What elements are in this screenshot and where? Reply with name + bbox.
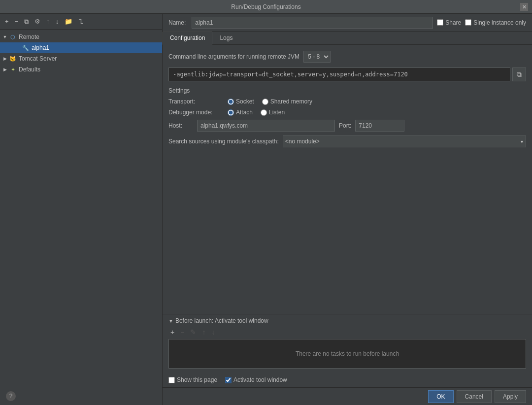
tree-label-defaults: Defaults [19, 66, 40, 73]
tab-logs[interactable]: Logs [212, 32, 240, 44]
add-config-button[interactable]: + [3, 17, 11, 26]
expand-remote-arrow: ▼ [2, 34, 8, 40]
remove-config-button[interactable]: − [13, 17, 21, 26]
tree-label-alpha1: alpha1 [32, 44, 49, 51]
show-this-page-label: Show this page [177, 376, 217, 383]
cancel-button[interactable]: Cancel [457, 390, 492, 403]
single-instance-label: Single instance only [473, 19, 526, 26]
cmd-line-select[interactable]: 5 - 8 9+ [303, 51, 331, 63]
name-field-label: Name: [168, 19, 186, 26]
close-button[interactable]: ✕ [520, 3, 528, 11]
port-input[interactable] [355, 120, 404, 132]
radio-attach[interactable]: Attach [228, 109, 253, 116]
name-row: Name: Share Single instance only [163, 14, 532, 32]
share-label: Share [445, 19, 461, 26]
host-input[interactable] [197, 120, 335, 132]
defaults-icon: ✦ [9, 66, 17, 73]
name-input[interactable] [192, 17, 433, 29]
single-instance-checkbox[interactable] [465, 19, 471, 26]
classpath-row: Search sources using module's classpath:… [168, 135, 526, 147]
transport-row: Transport: Socket Shared memory [168, 98, 526, 105]
show-this-page-option[interactable]: Show this page [168, 376, 217, 383]
remote-icon: ⬡ [9, 33, 17, 41]
radio-shared-memory[interactable]: Shared memory [262, 98, 312, 105]
run-debug-dialog: Run/Debug Configurations ✕ + − ⧉ ⚙ ↑ ↓ 📁… [0, 0, 532, 405]
radio-attach-input[interactable] [228, 109, 234, 116]
radio-shared-memory-label: Shared memory [270, 98, 312, 105]
before-launch-section: ▼ Before launch: Activate tool window + … [163, 314, 532, 372]
copy-cmd-button[interactable]: ⧉ [512, 68, 526, 81]
bl-up-button[interactable]: ↑ [200, 327, 207, 337]
bl-down-button[interactable]: ↓ [209, 327, 217, 337]
cmd-line-row: Command line arguments for running remot… [168, 51, 526, 63]
transport-radio-group: Socket Shared memory [228, 98, 312, 105]
single-instance-area: Single instance only [465, 19, 526, 26]
expand-tomcat-arrow: ▶ [2, 56, 8, 62]
share-checkbox[interactable] [437, 19, 443, 26]
radio-socket-label: Socket [236, 98, 254, 105]
bl-add-button[interactable]: + [168, 327, 176, 337]
folder-button[interactable]: 📁 [63, 17, 74, 26]
activate-tool-window-option[interactable]: Activate tool window [225, 376, 287, 383]
classpath-select[interactable]: <no module> [283, 135, 526, 147]
tree-label-tomcat: Tomcat Server [19, 55, 57, 62]
before-launch-header[interactable]: ▼ Before launch: Activate tool window [168, 314, 526, 327]
tree-item-defaults[interactable]: ▶ ✦ Defaults [0, 64, 162, 75]
radio-listen-input[interactable] [261, 109, 267, 116]
copy-config-button[interactable]: ⧉ [22, 17, 31, 26]
move-up-button[interactable]: ↑ [44, 17, 52, 26]
radio-socket[interactable]: Socket [228, 98, 254, 105]
debugger-mode-label: Debugger mode: [168, 109, 228, 116]
debugger-mode-radio-group: Attach Listen [228, 109, 285, 116]
debugger-mode-row: Debugger mode: Attach Listen [168, 109, 526, 116]
before-launch-list: There are no tasks to run before launch [168, 339, 526, 369]
host-row: Host: Port: [168, 120, 526, 132]
port-label: Port: [339, 122, 351, 129]
before-launch-toolbar: + − ✎ ↑ ↓ [168, 327, 526, 337]
host-label: Host: [168, 122, 193, 129]
radio-listen-label: Listen [269, 109, 285, 116]
move-down-button[interactable]: ↓ [54, 17, 61, 26]
tree-item-alpha1[interactable]: ▶ 🔧 alpha1 [0, 42, 162, 53]
radio-attach-label: Attach [236, 109, 253, 116]
tabs-bar: Configuration Logs [163, 32, 532, 45]
radio-listen[interactable]: Listen [261, 109, 285, 116]
sort-button[interactable]: ⇅ [76, 17, 86, 26]
config-item-icon: 🔧 [22, 44, 30, 52]
tab-configuration[interactable]: Configuration [163, 32, 212, 45]
tree-item-tomcat[interactable]: ▶ 🐱 Tomcat Server [0, 53, 162, 64]
radio-shared-memory-input[interactable] [262, 99, 268, 105]
help-button[interactable]: ? [6, 391, 16, 401]
transport-label: Transport: [168, 98, 228, 105]
bl-edit-button[interactable]: ✎ [188, 327, 198, 337]
ok-button[interactable]: OK [428, 390, 453, 403]
expand-defaults-arrow: ▶ [2, 67, 8, 72]
main-content: + − ⧉ ⚙ ↑ ↓ 📁 ⇅ ▼ ⬡ Remote ▶ [0, 14, 532, 405]
radio-socket-input[interactable] [228, 99, 234, 105]
classpath-label: Search sources using module's classpath: [168, 138, 279, 145]
title-bar: Run/Debug Configurations ✕ [0, 0, 532, 14]
before-launch-collapse-arrow: ▼ [168, 318, 173, 324]
dialog-footer: OK Cancel Apply [163, 387, 532, 405]
settings-config-button[interactable]: ⚙ [33, 17, 42, 26]
config-tree: ▼ ⬡ Remote ▶ 🔧 alpha1 ▶ 🐱 Tomcat Server [0, 30, 162, 405]
dialog-title: Run/Debug Configurations [231, 3, 300, 10]
show-this-page-checkbox[interactable] [168, 377, 175, 383]
settings-title: Settings [168, 87, 526, 94]
before-launch-title: Before launch: Activate tool window [175, 317, 268, 324]
share-area: Share [437, 19, 461, 26]
tree-item-remote[interactable]: ▼ ⬡ Remote [0, 32, 162, 42]
config-panel-content: Command line arguments for running remot… [163, 45, 532, 314]
settings-section: Settings Transport: Socket Shared memory [168, 87, 526, 147]
left-toolbar: + − ⧉ ⚙ ↑ ↓ 📁 ⇅ [0, 14, 162, 30]
activate-tool-window-checkbox[interactable] [225, 377, 232, 383]
bottom-options: Show this page Activate tool window [163, 372, 532, 387]
apply-button[interactable]: Apply [495, 390, 526, 403]
activate-tool-window-label: Activate tool window [233, 376, 287, 383]
right-panel: Name: Share Single instance only Configu… [163, 14, 532, 405]
tomcat-icon: 🐱 [9, 55, 17, 63]
bl-remove-button[interactable]: − [178, 327, 186, 337]
left-panel: + − ⧉ ⚙ ↑ ↓ 📁 ⇅ ▼ ⬡ Remote ▶ [0, 14, 163, 405]
cmd-box-input[interactable] [168, 68, 510, 81]
no-tasks-text: There are no tasks to run before launch [296, 350, 399, 357]
